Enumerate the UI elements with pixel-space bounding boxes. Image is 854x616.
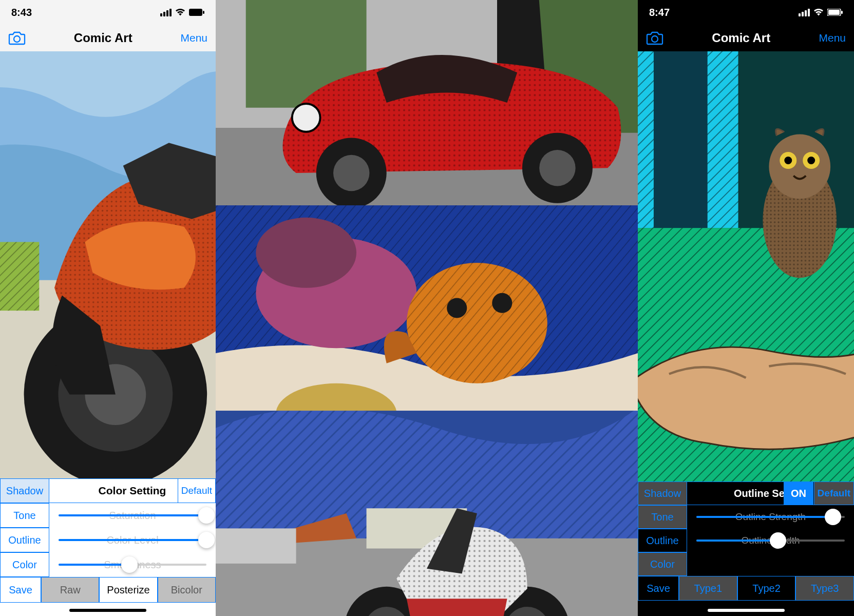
mode-type3[interactable]: Type3 [795,576,854,601]
default-button[interactable]: Default [178,479,215,503]
svg-point-60 [769,134,830,199]
image-preview[interactable] [0,51,216,478]
battery-icon [827,9,843,16]
tab-color[interactable]: Color [638,552,687,576]
tab-tone[interactable]: Tone [638,505,687,529]
home-indicator[interactable] [708,609,785,612]
svg-rect-47 [841,11,843,14]
svg-point-32 [492,293,512,313]
svg-point-28 [256,218,356,288]
menu-button[interactable]: Menu [180,32,207,44]
slider-color-level[interactable]: Color Level [49,528,216,552]
mode-type2[interactable]: Type2 [737,576,796,601]
top-nav: Comic Art Menu [638,25,854,51]
slider-smoothness[interactable]: Smoothness [49,552,216,577]
wifi-icon [175,8,186,16]
gallery-image-car [216,0,638,205]
svg-rect-1 [203,11,204,14]
mode-posterize[interactable]: Posterize [99,577,157,603]
phone-light: 8:43 Comic Art Menu [0,0,216,616]
controls-panel: Shadow Color Setting Default Tone Satura… [0,478,216,616]
slider-saturation[interactable]: Saturation [49,503,216,528]
svg-rect-0 [189,9,202,16]
app-title: Comic Art [712,31,770,45]
signal-icon [799,9,810,16]
gallery-image-fish [216,205,638,411]
svg-rect-54 [654,51,708,228]
svg-rect-8 [0,242,39,311]
menu-button[interactable]: Menu [819,32,846,44]
status-bar: 8:47 [638,0,854,25]
panel-header: Outline Setting ON Default [687,482,854,505]
gallery-image-bike [216,411,638,616]
wifi-icon [813,8,824,16]
svg-point-31 [447,298,467,318]
save-button[interactable]: Save [638,576,679,601]
controls-panel: Shadow Outline Setting ON Default Tone O… [638,482,854,616]
status-bar: 8:43 [0,0,216,25]
mode-type1[interactable]: Type1 [679,576,737,601]
time-label: 8:47 [649,7,670,18]
home-indicator[interactable] [69,609,146,612]
svg-point-22 [539,150,575,186]
save-button[interactable]: Save [0,577,41,603]
mode-raw[interactable]: Raw [41,577,99,603]
svg-point-20 [333,155,369,191]
svg-point-30 [407,263,547,383]
mode-bicolor[interactable]: Bicolor [158,577,216,603]
svg-rect-40 [216,528,296,564]
gallery-strip [216,0,638,616]
tab-tone[interactable]: Tone [0,503,49,528]
camera-icon[interactable] [646,31,663,45]
slider-outline-strength[interactable]: Outline Strength [687,505,854,529]
camera-icon[interactable] [8,31,26,45]
battery-icon [189,9,204,16]
status-icons [160,8,204,16]
tab-color[interactable]: Color [0,552,49,577]
slider-empty [687,552,854,576]
svg-point-64 [807,157,815,164]
svg-point-48 [652,36,658,42]
default-button[interactable]: Default [814,482,853,505]
app-title: Comic Art [74,31,132,45]
panel-title: Color Setting [99,485,166,497]
svg-point-2 [14,36,20,42]
svg-rect-46 [828,10,840,15]
tab-shadow[interactable]: Shadow [638,482,687,505]
svg-point-62 [784,157,792,164]
slider-outline-width[interactable]: Outline Width [687,529,854,552]
signal-icon [160,9,172,16]
tab-outline[interactable]: Outline [0,528,49,552]
top-nav: Comic Art Menu [0,25,216,51]
time-label: 8:43 [11,7,32,18]
image-preview[interactable] [638,51,854,482]
panel-header: Color Setting Default [49,478,216,503]
svg-point-23 [292,104,320,132]
on-toggle[interactable]: ON [784,482,813,505]
status-icons [799,8,843,16]
tab-shadow[interactable]: Shadow [0,478,49,503]
phone-dark: 8:47 Comic Art Menu [638,0,854,616]
tab-outline[interactable]: Outline [638,529,687,552]
